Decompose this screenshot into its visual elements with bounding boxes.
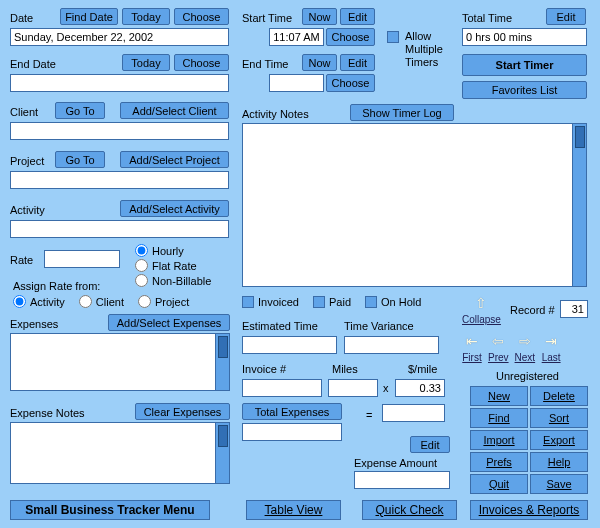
- expense-notes-label: Expense Notes: [10, 407, 85, 419]
- assign-project-radio[interactable]: Project: [138, 295, 189, 308]
- onhold-label: On Hold: [381, 296, 421, 308]
- end-date-choose-button[interactable]: Choose: [174, 54, 229, 71]
- activity-notes-textarea[interactable]: [242, 123, 587, 287]
- total-time-field[interactable]: [462, 28, 587, 46]
- quick-check-button[interactable]: Quick Check: [362, 500, 457, 520]
- last-label[interactable]: Last: [542, 352, 561, 363]
- per-mile-field[interactable]: [395, 379, 445, 397]
- start-timer-button[interactable]: Start Timer: [462, 54, 587, 76]
- total-expenses-field[interactable]: [242, 423, 342, 441]
- prefs-button[interactable]: Prefs: [470, 452, 528, 472]
- expense-amount-field[interactable]: [354, 471, 450, 489]
- assign-client-radio[interactable]: Client: [79, 295, 124, 308]
- expenses-label: Expenses: [10, 318, 58, 330]
- sort-button[interactable]: Sort: [530, 408, 588, 428]
- invoice-number-label: Invoice #: [242, 363, 286, 375]
- assign-rate-from-label: Assign Rate from:: [13, 280, 100, 292]
- allow-multiple-timers-checkbox[interactable]: [387, 31, 399, 43]
- date-today-button[interactable]: Today: [122, 8, 170, 25]
- expense-amount-edit-button[interactable]: Edit: [410, 436, 450, 453]
- end-time-label: End Time: [242, 58, 288, 70]
- next-icon[interactable]: ⇨: [515, 330, 535, 352]
- find-button[interactable]: Find: [470, 408, 528, 428]
- collapse-icon[interactable]: ⇧: [471, 292, 491, 314]
- scrollbar[interactable]: [215, 423, 229, 483]
- start-time-now-button[interactable]: Now: [302, 8, 337, 25]
- invoice-number-field[interactable]: [242, 379, 322, 397]
- import-button[interactable]: Import: [470, 430, 528, 450]
- end-time-field[interactable]: [269, 74, 324, 92]
- rate-flat-radio[interactable]: Flat Rate: [135, 259, 211, 272]
- last-icon[interactable]: ⇥: [541, 330, 561, 352]
- find-date-button[interactable]: Find Date: [60, 8, 118, 25]
- rate-field[interactable]: [44, 250, 120, 268]
- quit-button[interactable]: Quit: [470, 474, 528, 494]
- invoices-reports-button[interactable]: Invoices & Reports: [470, 500, 588, 520]
- assign-project-label: Project: [155, 296, 189, 308]
- rate-nonbillable-label: Non-Billable: [152, 275, 211, 287]
- date-choose-button[interactable]: Choose: [174, 8, 229, 25]
- table-view-button[interactable]: Table View: [246, 500, 341, 520]
- add-select-project-button[interactable]: Add/Select Project: [120, 151, 229, 168]
- expense-amount-label: Expense Amount: [354, 457, 437, 469]
- project-field[interactable]: [10, 171, 229, 189]
- invoiced-label: Invoiced: [258, 296, 299, 308]
- total-expenses-button[interactable]: Total Expenses: [242, 403, 342, 420]
- end-date-label: End Date: [10, 58, 56, 70]
- activity-field[interactable]: [10, 220, 229, 238]
- miles-total-field[interactable]: [382, 404, 445, 422]
- scrollbar[interactable]: [572, 124, 586, 286]
- rate-hourly-radio[interactable]: Hourly: [135, 244, 211, 257]
- date-field[interactable]: [10, 28, 229, 46]
- add-select-client-button[interactable]: Add/Select Client: [120, 102, 229, 119]
- record-number-label: Record #: [510, 304, 555, 316]
- project-label: Project: [10, 155, 44, 167]
- prev-icon[interactable]: ⇦: [488, 330, 508, 352]
- save-button[interactable]: Save: [530, 474, 588, 494]
- client-field[interactable]: [10, 122, 229, 140]
- help-button[interactable]: Help: [530, 452, 588, 472]
- prev-label[interactable]: Prev: [488, 352, 509, 363]
- allow-multiple-timers-label: AllowMultipleTimers: [405, 30, 443, 69]
- end-time-choose-button[interactable]: Choose: [326, 74, 375, 92]
- end-time-now-button[interactable]: Now: [302, 54, 337, 71]
- end-time-edit-button[interactable]: Edit: [340, 54, 375, 71]
- collapse-label[interactable]: Collapse: [462, 314, 501, 325]
- favorites-list-button[interactable]: Favorites List: [462, 81, 587, 99]
- start-time-choose-button[interactable]: Choose: [326, 28, 375, 46]
- rate-flat-label: Flat Rate: [152, 260, 197, 272]
- scrollbar[interactable]: [215, 334, 229, 390]
- add-select-activity-button[interactable]: Add/Select Activity: [120, 200, 229, 217]
- end-date-today-button[interactable]: Today: [122, 54, 170, 71]
- time-variance-field[interactable]: [344, 336, 439, 354]
- paid-checkbox[interactable]: Paid: [313, 296, 351, 308]
- clear-expenses-button[interactable]: Clear Expenses: [135, 403, 230, 420]
- sbt-menu-button[interactable]: Small Business Tracker Menu: [10, 500, 210, 520]
- first-icon[interactable]: ⇤: [462, 330, 482, 352]
- rate-nonbillable-radio[interactable]: Non-Billable: [135, 274, 211, 287]
- expense-notes-textarea[interactable]: [10, 422, 230, 484]
- show-timer-log-button[interactable]: Show Timer Log: [350, 104, 454, 121]
- start-time-field[interactable]: [269, 28, 324, 46]
- record-number-field[interactable]: [560, 300, 588, 318]
- new-button[interactable]: New: [470, 386, 528, 406]
- assign-activity-radio[interactable]: Activity: [13, 295, 65, 308]
- invoiced-checkbox[interactable]: Invoiced: [242, 296, 299, 308]
- miles-field[interactable]: [328, 379, 378, 397]
- activity-notes-label: Activity Notes: [242, 108, 309, 120]
- end-date-field[interactable]: [10, 74, 229, 92]
- export-button[interactable]: Export: [530, 430, 588, 450]
- rate-hourly-label: Hourly: [152, 245, 184, 257]
- add-select-expenses-button[interactable]: Add/Select Expenses: [108, 314, 230, 331]
- first-label[interactable]: First: [462, 352, 481, 363]
- project-goto-button[interactable]: Go To: [55, 151, 105, 168]
- onhold-checkbox[interactable]: On Hold: [365, 296, 421, 308]
- expenses-textarea[interactable]: [10, 333, 230, 391]
- client-goto-button[interactable]: Go To: [55, 102, 105, 119]
- start-time-edit-button[interactable]: Edit: [340, 8, 375, 25]
- delete-button[interactable]: Delete: [530, 386, 588, 406]
- next-label[interactable]: Next: [515, 352, 536, 363]
- date-label: Date: [10, 12, 33, 24]
- total-time-edit-button[interactable]: Edit: [546, 8, 586, 25]
- estimated-time-field[interactable]: [242, 336, 337, 354]
